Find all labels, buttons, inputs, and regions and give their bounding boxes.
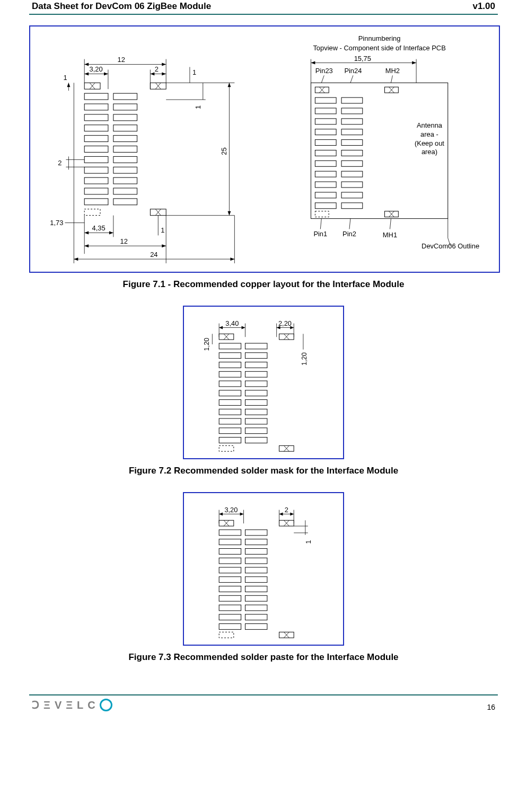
svg-marker-42 [150, 72, 154, 75]
dim-1-20-r: 1,20 [300, 352, 308, 365]
svg-rect-17 [113, 146, 137, 152]
svg-rect-12 [84, 124, 108, 131]
svg-rect-160 [219, 445, 234, 451]
svg-rect-201 [219, 614, 241, 620]
label-pin24: Pin24 [344, 67, 362, 75]
svg-marker-75 [311, 61, 315, 64]
svg-rect-158 [219, 438, 241, 443]
svg-rect-21 [113, 167, 137, 173]
svg-rect-155 [245, 418, 267, 424]
svg-line-116 [349, 218, 350, 229]
svg-rect-148 [219, 390, 241, 396]
svg-rect-150 [219, 400, 241, 406]
svg-rect-106 [341, 182, 363, 188]
svg-marker-165 [219, 513, 223, 516]
svg-rect-10 [84, 114, 108, 120]
svg-rect-96 [341, 129, 363, 135]
svg-marker-67 [162, 244, 166, 247]
svg-line-115 [320, 218, 321, 229]
figure-7-1-drawing: 12 3,20 2 1 1 2 25 1 1,73 [31, 28, 498, 271]
dim-2-left: 2 [58, 159, 62, 167]
dim-1-73: 1,73 [50, 218, 63, 226]
dim-1-20-l: 1,20 [203, 338, 210, 351]
svg-rect-193 [219, 577, 241, 583]
svg-rect-151 [245, 400, 267, 406]
svg-marker-66 [84, 244, 89, 247]
figure-7-1-caption: Figure 7.1 - Recommended copper layout f… [29, 279, 498, 290]
dim-24: 24 [150, 251, 157, 258]
svg-rect-18 [84, 156, 108, 163]
svg-rect-90 [341, 97, 363, 103]
svg-rect-26 [84, 198, 108, 204]
svg-rect-145 [245, 371, 267, 377]
svg-rect-11 [113, 114, 137, 120]
svg-marker-60 [84, 231, 89, 234]
figure-7-2-caption: Figure 7.2 Recommended solder mask for t… [29, 466, 498, 476]
doc-version: v1.00 [472, 1, 495, 12]
svg-rect-19 [113, 156, 137, 163]
svg-rect-15 [113, 135, 137, 141]
svg-rect-24 [84, 188, 108, 194]
svg-marker-39 [104, 72, 108, 75]
svg-rect-108 [341, 192, 363, 198]
svg-rect-107 [315, 192, 336, 198]
dim-3-40: 3,40 [225, 319, 239, 327]
label-outline: DevCom06 Outline [421, 242, 479, 250]
svg-rect-189 [219, 558, 241, 564]
page-content: 12 3,20 2 1 1 2 25 1 1,73 [0, 15, 527, 663]
dim-1-bottom: 1 [161, 226, 164, 234]
svg-rect-14 [84, 135, 108, 141]
dim-4-35: 4,35 [92, 224, 105, 232]
dim-12-bottom: 12 [120, 237, 128, 245]
svg-marker-166 [240, 513, 244, 516]
svg-marker-71 [230, 257, 234, 261]
doc-title: Data Sheet for DevCom 06 ZigBee Module [32, 1, 211, 12]
svg-rect-110 [341, 202, 363, 208]
svg-rect-204 [245, 624, 267, 630]
svg-rect-98 [341, 139, 363, 145]
label-pin2: Pin2 [342, 230, 356, 238]
svg-rect-27 [113, 198, 137, 204]
svg-rect-197 [219, 595, 241, 601]
svg-rect-159 [245, 438, 267, 443]
dim-2: 2 [155, 65, 159, 73]
dim-12-top: 12 [118, 55, 125, 63]
label-antenna-2: area - [420, 130, 438, 138]
svg-rect-156 [219, 428, 241, 434]
pin-title-1: Pinnumbering [358, 34, 401, 42]
svg-rect-186 [245, 539, 267, 545]
svg-marker-33 [84, 63, 89, 66]
svg-line-81 [391, 75, 392, 83]
dim-25: 25 [220, 147, 228, 155]
svg-rect-144 [219, 371, 241, 377]
svg-rect-16 [84, 146, 108, 152]
svg-rect-89 [315, 97, 336, 103]
figure-7-2-drawing: 3,40 2,20 1,20 1,20 [185, 308, 342, 457]
svg-rect-22 [84, 177, 108, 184]
dim-3-20: 3,20 [90, 65, 103, 73]
dim-15-75: 15,75 [354, 54, 371, 62]
svg-marker-122 [242, 326, 245, 329]
svg-rect-184 [245, 530, 267, 536]
svg-rect-109 [315, 202, 336, 208]
label-pin23: Pin23 [315, 67, 333, 75]
dim-2-b: 2 [285, 506, 288, 514]
svg-rect-97 [315, 139, 336, 145]
dim-3-20-b: 3,20 [224, 506, 238, 514]
label-antenna-3: (Keep out [415, 139, 444, 147]
svg-marker-168 [279, 513, 283, 516]
svg-marker-121 [219, 326, 223, 329]
label-antenna-4: area) [421, 148, 437, 156]
svg-rect-99 [315, 150, 336, 156]
figure-7-2-box: 3,40 2,20 1,20 1,20 [183, 306, 344, 459]
svg-rect-190 [245, 558, 267, 564]
svg-line-117 [390, 218, 391, 229]
svg-rect-205 [219, 632, 234, 638]
svg-rect-140 [219, 353, 241, 359]
svg-rect-104 [341, 171, 363, 177]
svg-marker-169 [290, 513, 294, 516]
svg-line-79 [321, 75, 324, 83]
pin-title-2: Topview - Component side of Interface PC… [313, 43, 445, 51]
svg-marker-43 [162, 72, 166, 75]
svg-rect-100 [341, 150, 363, 156]
